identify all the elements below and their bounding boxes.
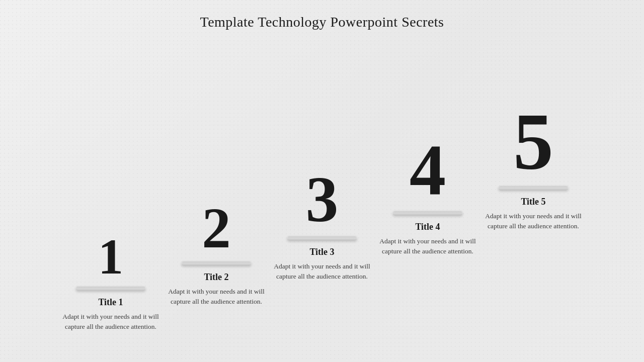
step-4-divider — [392, 211, 463, 216]
step-1-divider — [75, 286, 146, 291]
step-5-title: Title 5 — [521, 197, 545, 207]
step-5: 5 Title 5 Adapt it with your needs and i… — [480, 101, 586, 332]
step-4-number: 4 — [410, 134, 446, 207]
step-2-divider — [181, 261, 252, 266]
step-3-divider — [287, 236, 357, 241]
step-4-title: Title 4 — [415, 222, 440, 232]
step-3-number: 3 — [306, 166, 339, 232]
step-3: 3 Title 3 Adapt it with your needs and i… — [269, 166, 375, 332]
step-4-text: Adapt it with your needs and it will cap… — [375, 236, 480, 257]
step-5-divider — [498, 186, 569, 191]
step-3-text: Adapt it with your needs and it will cap… — [269, 261, 375, 282]
slide-title: Template Technology Powerpoint Secrets — [200, 14, 444, 30]
step-1-text: Adapt it with your needs and it will cap… — [58, 312, 164, 332]
step-3-title: Title 3 — [309, 247, 334, 257]
step-2-title: Title 2 — [204, 272, 228, 283]
step-5-number: 5 — [513, 101, 553, 182]
step-5-text: Adapt it with your needs and it will cap… — [480, 211, 586, 232]
slide: Template Technology Powerpoint Secrets 1… — [0, 0, 644, 362]
step-4: 4 Title 4 Adapt it with your needs and i… — [375, 134, 480, 332]
step-2: 2 Title 2 Adapt it with your needs and i… — [164, 199, 269, 332]
step-1: 1 Title 1 Adapt it with your needs and i… — [58, 232, 164, 332]
step-2-text: Adapt it with your needs and it will cap… — [164, 287, 269, 307]
step-2-number: 2 — [202, 199, 231, 257]
steps-container: 1 Title 1 Adapt it with your needs and i… — [0, 101, 644, 332]
step-1-number: 1 — [98, 232, 123, 282]
step-1-title: Title 1 — [98, 297, 123, 308]
